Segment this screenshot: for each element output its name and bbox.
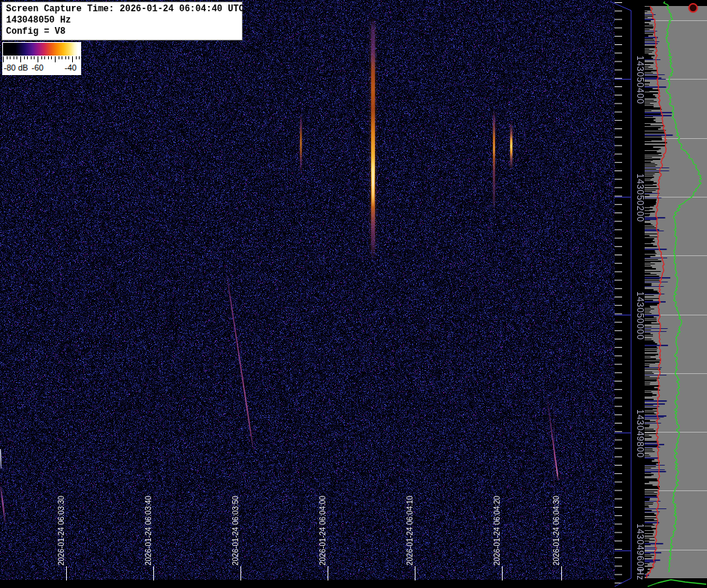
scale-label-max: -40 (65, 63, 77, 72)
time-axis-label: 2026-01-24 06:04:00 (318, 496, 328, 565)
scale-label-mid: -60 (32, 63, 44, 72)
time-axis-label: 2026-01-24 06:03:40 (144, 496, 153, 565)
config-text: Config = V8 (6, 26, 239, 38)
capture-time-text: Screen Capture Time: 2026-01-24 06:04:40… (6, 4, 239, 15)
frequency-axis-label: 143050400 (636, 56, 645, 104)
time-axis-label: 2026-01-24 06:03:50 (231, 496, 240, 565)
time-axis-label: 2026-01-24 06:04:10 (405, 496, 415, 565)
frequency-unit-label: Hz (636, 568, 645, 580)
waterfall-canvas (0, 0, 707, 588)
spectrum-lab-screen: Screen Capture Time: 2026-01-24 06:04:40… (0, 0, 707, 588)
frequency-text: 143048050 Hz (6, 15, 239, 26)
color-scale-gradient (3, 43, 80, 56)
time-axis-label: 2026-01-24 06:04:20 (492, 496, 502, 565)
color-scale-legend: -80 dB -60 -40 (2, 42, 81, 75)
record-indicator-icon (688, 3, 698, 13)
capture-info-box: Screen Capture Time: 2026-01-24 06:04:40… (2, 2, 243, 41)
frequency-axis-label: 143049800 (636, 409, 645, 458)
frequency-axis-label: 143050200 (636, 173, 645, 222)
time-axis-label: 2026-01-24 06:04:30 (551, 496, 561, 565)
color-scale-ticks (3, 56, 80, 62)
frequency-axis-label: 143050000 (636, 291, 645, 340)
frequency-axis-label: 143049600 (636, 523, 645, 572)
time-axis-label: 2026-01-24 06:03:30 (56, 496, 66, 565)
scale-label-min: -80 dB (4, 63, 28, 72)
